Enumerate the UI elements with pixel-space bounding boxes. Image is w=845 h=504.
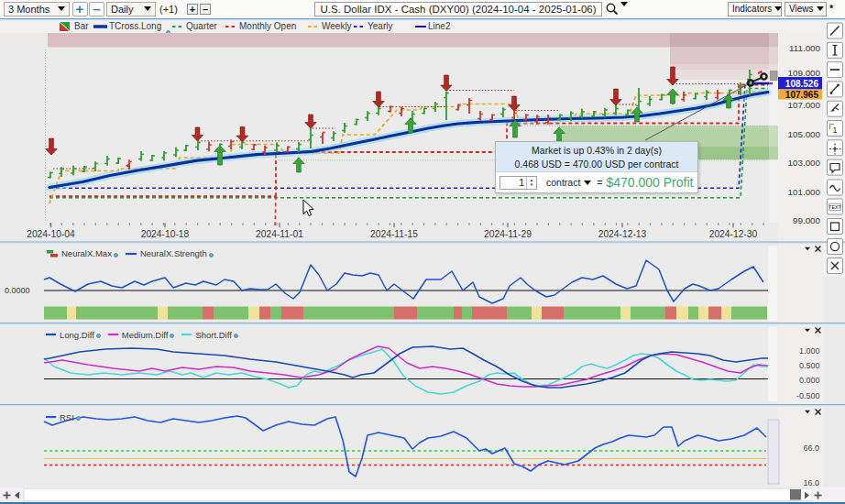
svg-text:105.000: 105.000	[788, 129, 821, 139]
svg-text:2024-12-30: 2024-12-30	[709, 229, 758, 239]
svg-text:107.000: 107.000	[788, 100, 821, 110]
svg-text:16.0: 16.0	[803, 478, 819, 488]
svg-text:107.965: 107.965	[785, 90, 819, 100]
svg-text:-0.500: -0.500	[796, 391, 820, 400]
svg-text:108.526: 108.526	[785, 79, 819, 89]
svg-text:TEXT: TEXT	[829, 204, 841, 210]
svg-text:109.000: 109.000	[788, 68, 821, 78]
svg-text:103.000: 103.000	[788, 158, 821, 168]
svg-text:2024-10-18: 2024-10-18	[141, 229, 190, 239]
svg-text:99.000: 99.000	[793, 215, 821, 225]
svg-text:1.000: 1.000	[799, 346, 820, 356]
svg-text:0.0000: 0.0000	[5, 286, 30, 295]
svg-text:2024-11-29: 2024-11-29	[484, 229, 532, 239]
svg-text:66.0: 66.0	[803, 444, 819, 453]
svg-text:1: 1	[832, 126, 837, 135]
svg-text:111.000: 111.000	[789, 43, 821, 53]
svg-text:0.500: 0.500	[799, 361, 820, 370]
svg-text:2024-11-15: 2024-11-15	[370, 229, 418, 239]
svg-text:2024-10-04: 2024-10-04	[27, 229, 75, 239]
svg-text:2024-11-01: 2024-11-01	[256, 229, 303, 239]
svg-text:101.000: 101.000	[788, 187, 821, 197]
svg-text:0.000: 0.000	[799, 376, 820, 385]
svg-text:2024-12-13: 2024-12-13	[598, 229, 647, 239]
